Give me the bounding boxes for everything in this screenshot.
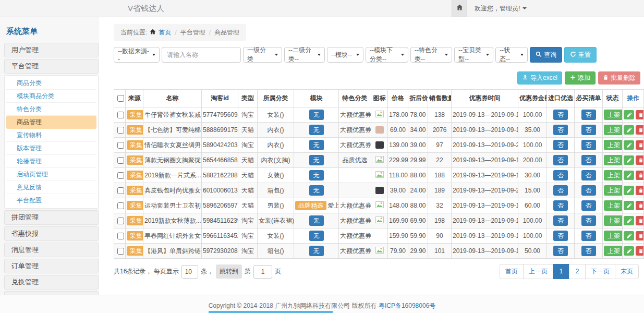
edit-button[interactable] <box>624 246 634 256</box>
edit-button[interactable] <box>624 216 634 225</box>
status-button[interactable]: 上架 <box>604 170 623 180</box>
delete-button[interactable] <box>636 125 644 135</box>
must-buy-toggle[interactable]: 否 <box>581 215 596 226</box>
row-checkbox[interactable] <box>117 187 124 194</box>
batch-delete-button[interactable]: 批量删除 <box>598 71 640 85</box>
sidebar-item[interactable]: 平台配置 <box>6 194 96 207</box>
pager-button[interactable]: 下一页 <box>585 264 615 279</box>
icp-link[interactable]: 粤ICP备16098006号 <box>379 302 435 309</box>
edit-button[interactable] <box>624 125 634 135</box>
delete-button[interactable] <box>636 231 644 240</box>
import-select-toggle[interactable]: 否 <box>553 215 568 226</box>
import-select-toggle[interactable]: 否 <box>553 125 568 135</box>
search-button[interactable]: 查询 <box>530 47 562 63</box>
import-select-toggle[interactable]: 否 <box>553 110 568 120</box>
delete-button[interactable] <box>636 171 644 180</box>
row-checkbox[interactable] <box>117 127 124 134</box>
filter-select[interactable]: --状态-- <box>495 47 528 63</box>
sidebar-group[interactable]: 用户管理 <box>4 43 99 57</box>
name-search-input[interactable] <box>162 47 241 63</box>
row-checkbox[interactable] <box>117 157 124 164</box>
edit-button[interactable] <box>624 140 634 150</box>
status-button[interactable]: 上架 <box>604 215 623 226</box>
pager-button[interactable]: 1 <box>553 264 569 279</box>
pager-button[interactable]: 上一页 <box>523 264 553 279</box>
must-buy-toggle[interactable]: 否 <box>581 185 596 196</box>
filter-select[interactable]: --宝贝类型-- <box>454 47 493 63</box>
filter-select[interactable]: 一级分类 <box>243 47 282 63</box>
row-checkbox[interactable] <box>117 202 124 209</box>
must-buy-toggle[interactable]: 否 <box>581 110 596 120</box>
must-buy-toggle[interactable]: 否 <box>581 155 596 165</box>
sidebar-item[interactable]: 模块商品分类 <box>6 90 96 103</box>
add-button[interactable]: 添加 <box>565 71 596 85</box>
delete-button[interactable] <box>636 140 644 150</box>
import-select-toggle[interactable]: 否 <box>553 155 568 165</box>
filter-select[interactable]: --模块-- <box>327 47 363 63</box>
import-select-toggle[interactable]: 否 <box>553 170 568 180</box>
home-button[interactable] <box>452 0 467 17</box>
import-select-toggle[interactable]: 否 <box>553 246 568 256</box>
status-button[interactable]: 上架 <box>604 140 623 150</box>
must-buy-toggle[interactable]: 否 <box>581 246 596 256</box>
sidebar-group[interactable]: 平台管理 <box>4 59 99 74</box>
import-excel-button[interactable]: 导入excel <box>517 71 562 85</box>
must-buy-toggle[interactable]: 否 <box>581 170 596 180</box>
must-buy-toggle[interactable]: 否 <box>581 140 596 150</box>
sidebar-item[interactable]: 商品管理 <box>6 116 96 129</box>
sidebar-item[interactable]: 启动页管理 <box>6 168 96 181</box>
edit-button[interactable] <box>624 110 634 119</box>
import-select-toggle[interactable]: 否 <box>553 200 568 211</box>
pager-button[interactable]: 末页 <box>615 264 639 279</box>
filter-select[interactable]: --特色分类-- <box>410 47 452 63</box>
delete-button[interactable] <box>636 201 644 210</box>
sidebar-item[interactable]: 版本管理 <box>6 142 96 155</box>
import-select-toggle[interactable]: 否 <box>553 140 568 150</box>
row-checkbox[interactable] <box>117 112 124 118</box>
horizontal-scrollbar-thumb[interactable] <box>209 311 333 313</box>
status-button[interactable]: 上架 <box>604 155 623 165</box>
breadcrumb-home-link[interactable]: 首页 <box>159 28 171 37</box>
page-number-input[interactable] <box>253 265 272 279</box>
edit-button[interactable] <box>624 171 634 180</box>
sidebar-group[interactable]: 兑换管理 <box>4 275 99 290</box>
sidebar-item[interactable]: 宣传物料 <box>6 129 96 142</box>
import-select-toggle[interactable]: 否 <box>553 185 568 196</box>
must-buy-toggle[interactable]: 否 <box>581 200 596 211</box>
delete-button[interactable] <box>636 216 644 225</box>
per-page-select[interactable]: 10 <box>181 265 198 279</box>
import-select-toggle[interactable]: 否 <box>553 231 568 241</box>
pager-button[interactable]: 首页 <box>500 264 524 279</box>
user-menu[interactable]: 欢迎您，管理员! <box>475 4 527 13</box>
edit-button[interactable] <box>624 201 634 210</box>
status-button[interactable]: 上架 <box>604 200 623 211</box>
sidebar-item[interactable]: 意见反馈 <box>6 181 96 194</box>
sidebar-group[interactable]: 消息管理 <box>4 243 99 257</box>
row-checkbox[interactable] <box>117 248 124 255</box>
status-button[interactable]: 上架 <box>604 231 623 241</box>
data-source-select[interactable]: --数据来源-- <box>114 47 160 63</box>
reset-button[interactable]: 重置 <box>564 47 597 63</box>
must-buy-toggle[interactable]: 否 <box>581 125 596 135</box>
sidebar-item[interactable]: 商品分类 <box>6 77 96 90</box>
row-checkbox[interactable] <box>117 142 124 149</box>
sidebar-group[interactable]: 订单管理 <box>4 259 99 273</box>
status-button[interactable]: 上架 <box>604 125 623 135</box>
row-checkbox[interactable] <box>117 172 124 179</box>
status-button[interactable]: 上架 <box>604 246 623 256</box>
filter-select[interactable]: --模块下分类-- <box>366 47 408 63</box>
delete-button[interactable] <box>636 110 644 119</box>
filter-select[interactable]: --二级分类-- <box>284 47 325 63</box>
jump-button[interactable]: 跳转到 <box>216 264 242 279</box>
delete-button[interactable] <box>636 155 644 165</box>
edit-button[interactable] <box>624 186 634 195</box>
delete-button[interactable] <box>636 246 644 256</box>
status-button[interactable]: 上架 <box>604 185 623 196</box>
row-checkbox[interactable] <box>117 233 124 239</box>
delete-button[interactable] <box>636 186 644 195</box>
status-button[interactable]: 上架 <box>604 110 623 120</box>
edit-button[interactable] <box>624 231 634 240</box>
sidebar-group[interactable]: 拼团管理 <box>4 210 99 225</box>
sidebar-item[interactable]: 特色分类 <box>6 103 96 116</box>
row-checkbox[interactable] <box>117 218 124 224</box>
